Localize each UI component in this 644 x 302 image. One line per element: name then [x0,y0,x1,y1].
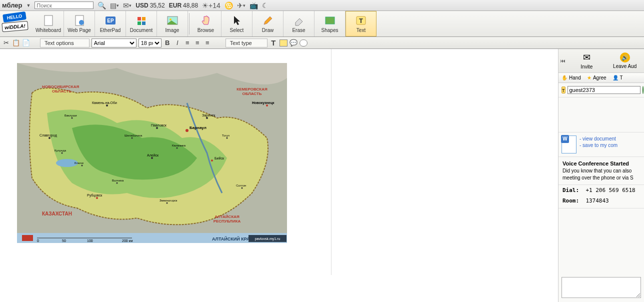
draw-button[interactable]: Draw [252,11,284,36]
nav-arrows[interactable]: ⏮ [558,58,568,64]
btn-label: Browse [198,28,214,33]
svg-text:50: 50 [62,239,66,242]
whiteboard-button[interactable]: Whiteboard [33,11,64,36]
svg-rect-11 [326,17,334,24]
pencil-icon [262,14,274,26]
chat-input-wrap [558,274,644,302]
bubble-icon[interactable]: 💬 [290,39,298,47]
font-select[interactable]: Arial [92,38,136,48]
btn-label: Text [356,28,366,33]
star-icon: ★ [587,75,592,80]
search-icon[interactable]: 🔍 [98,2,106,10]
text-button[interactable]: TText [346,11,376,36]
hand-tab[interactable]: ✋Hand [558,75,584,80]
dial-label: Dial: [562,187,579,194]
document-button[interactable]: Document [126,11,157,36]
cut-icon[interactable]: ✂ [2,39,10,47]
save-document-link[interactable]: - save to my com [580,142,618,148]
align-left-icon[interactable]: ≡ [184,39,192,47]
username-input[interactable] [568,86,640,94]
eraser-icon [293,14,305,26]
browse-button[interactable]: Browse [190,11,222,36]
main-toolbar: HELLO wiDDLA! Whiteboard Web Page EPEthe… [0,11,644,37]
svg-text:АЛТАЙСКИЙ КРАЙ: АЛТАЙСКИЙ КРАЙ [212,236,253,242]
svg-text:100: 100 [87,239,93,242]
send-icon[interactable]: ✈ ▾ [237,2,246,10]
btn-label: Web Page [68,28,91,33]
moon-icon[interactable]: ☾ [262,2,268,10]
align-center-icon[interactable]: ≡ [194,39,202,47]
weather-icon[interactable]: ☀ +14 [202,2,220,10]
svg-rect-5 [138,17,141,20]
note-yellow-icon[interactable] [280,40,288,46]
shapes-icon [324,14,336,26]
brand-dropdown-icon[interactable]: ▼ [26,3,30,8]
align-right-icon[interactable]: ≡ [204,39,212,47]
shapes-button[interactable]: Shapes [314,11,346,36]
svg-text:Волчиха: Волчиха [112,179,124,182]
voice-text: Did you know that you can also meeting o… [562,168,634,180]
invite-button[interactable]: ✉ Invite [568,52,606,70]
chat-input[interactable] [562,277,641,298]
mail-icon[interactable]: ✉ ▾ [123,2,132,10]
room-row: Room: 1374843 [558,196,644,208]
horoscope-icon[interactable]: ♋ [224,2,233,10]
svg-text:Рубцовск: Рубцовск [87,194,102,198]
person-icon: 👤 [612,75,618,80]
map-image[interactable]: НОВОСИБИРСКАЯОБЛАСТЬ КЕМЕРОВСКАЯОБЛАСТЬ … [17,63,287,243]
more-tab[interactable]: 👤T [610,75,626,80]
browser-topbar: мблер ▼ 🔍 ▤ ▾ ✉ ▾ USD35,52 EUR48,88 ☀ +1… [0,0,644,11]
erase-button[interactable]: Erase [284,11,314,36]
bold-button[interactable]: B [164,39,172,47]
text-options-label[interactable]: Text options [40,38,90,48]
svg-point-47 [226,138,228,139]
svg-text:Алейск: Алейск [147,154,159,157]
side-tabs: ✋Hand ★Agree 👤T [558,73,644,83]
weather-value: +14 [208,2,220,10]
text-icon: T [355,14,367,26]
usd-ticker: USD35,52 [136,2,164,9]
voice-conference-box: Voice Conference Started Did you know th… [558,157,644,185]
document-icon [136,14,148,26]
text-toolbar: ✂ 📋 📄 Text options Arial 18 px B I ≡ ≡ ≡… [0,37,644,49]
etherpad-icon: EP [104,14,116,26]
view-document-link[interactable]: - view document [580,136,618,142]
svg-rect-8 [142,22,146,25]
side-top-row: ⏮ ✉ Invite 🔊 Leave Aud [558,49,644,73]
document-row: - view document - save to my com [558,132,644,157]
svg-text:0: 0 [37,239,39,242]
search-input[interactable] [34,2,94,9]
leave-label: Leave Aud [613,64,636,69]
word-doc-icon [562,136,576,154]
svg-text:Новокузнецк: Новокузнецк [252,101,274,105]
italic-button[interactable]: I [174,39,182,47]
btn-label: Whiteboard [36,28,61,33]
canvas-area[interactable]: НОВОСИБИРСКАЯОБЛАСТЬ КЕМЕРОВСКАЯОБЛАСТЬ … [6,49,332,275]
agree-tab[interactable]: ★Agree [584,75,610,80]
btn-label: Document [130,28,153,33]
globe-icon[interactable] [642,86,644,94]
svg-text:Славгород: Славгород [40,134,57,138]
btn-label: Image [166,28,180,33]
btn-label: Erase [292,28,305,33]
copy-icon[interactable]: 📋 [12,39,20,47]
note-white-icon[interactable] [300,40,308,46]
select-button[interactable]: Select [222,11,252,36]
svg-text:Кулунда: Кулунда [54,149,66,152]
etherpad-button[interactable]: EPEtherPad [95,11,126,36]
news-icon[interactable]: ▤ ▾ [110,2,119,10]
paste-icon[interactable]: 📄 [22,39,30,47]
dial-value: +1 206 569 6518 [586,187,635,194]
webpage-icon [74,14,86,26]
leave-audio-button[interactable]: 🔊 Leave Aud [606,52,644,69]
size-select[interactable]: 18 px [138,38,162,48]
image-button[interactable]: Image [157,11,188,36]
tv-icon[interactable]: 📺 [250,2,258,10]
svg-point-49 [116,182,118,184]
brand-label: мблер [2,2,22,9]
text-t-icon[interactable]: T [270,39,278,47]
cursor-icon [231,14,243,26]
text-type-label[interactable]: Text type [226,38,268,48]
webpage-button[interactable]: Web Page [64,11,95,36]
room-label: Room: [562,198,579,204]
